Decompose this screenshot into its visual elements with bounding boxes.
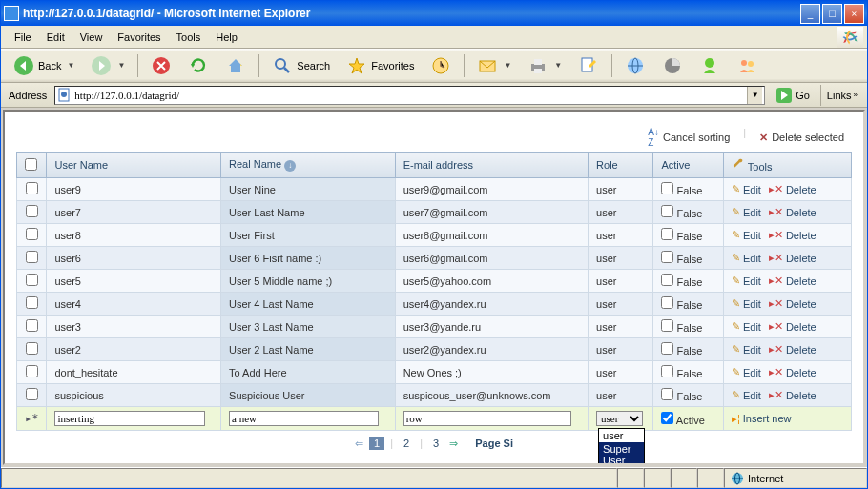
discuss-button[interactable] bbox=[618, 52, 652, 79]
active-checkbox[interactable] bbox=[661, 274, 673, 286]
edit-button[interactable]: ✎ Edit bbox=[732, 183, 761, 195]
row-checkbox[interactable] bbox=[26, 342, 38, 355]
cell-username: dont_hesitate bbox=[47, 361, 221, 384]
page-1[interactable]: 1 bbox=[369, 437, 384, 450]
cell-active: False bbox=[653, 316, 724, 338]
role-option-user[interactable]: user bbox=[599, 429, 644, 442]
delete-button[interactable]: ▸✕ Delete bbox=[769, 366, 816, 378]
edit-button[interactable]: ✎ Edit bbox=[732, 206, 761, 218]
role-option-superuser[interactable]: Super User bbox=[599, 442, 644, 465]
edit-button[interactable]: ✎ Edit bbox=[732, 389, 761, 401]
delete-button[interactable]: ▸✕ Delete bbox=[769, 229, 816, 241]
row-checkbox[interactable] bbox=[26, 228, 38, 240]
edit-button[interactable]: ✎ Edit bbox=[732, 275, 761, 287]
stop-button[interactable] bbox=[144, 52, 178, 79]
active-checkbox[interactable] bbox=[661, 251, 673, 263]
delete-button[interactable]: ▸✕ Delete bbox=[769, 320, 816, 333]
insert-new-button[interactable]: ▸¦ Insert new bbox=[732, 413, 792, 425]
forward-button[interactable]: ▼ bbox=[84, 52, 132, 79]
edit-button[interactable]: ✎ Edit bbox=[732, 252, 761, 264]
active-checkbox[interactable] bbox=[661, 182, 673, 194]
row-checkbox[interactable] bbox=[26, 251, 38, 263]
delete-button[interactable]: ▸✕ Delete bbox=[769, 275, 816, 287]
delete-selected-button[interactable]: ✕ Delete selected bbox=[759, 127, 844, 148]
address-input-wrap[interactable]: ▼ bbox=[54, 86, 765, 105]
delete-button[interactable]: ▸✕ Delete bbox=[769, 206, 816, 218]
menu-favorites[interactable]: Favorites bbox=[110, 30, 168, 45]
delete-icon: ▸✕ bbox=[769, 183, 783, 195]
edit-button[interactable]: ✎ Edit bbox=[732, 297, 761, 310]
active-checkbox[interactable] bbox=[661, 388, 673, 400]
row-checkbox[interactable] bbox=[26, 274, 38, 286]
refresh-button[interactable] bbox=[181, 52, 216, 79]
close-button[interactable]: × bbox=[844, 4, 864, 24]
research-button[interactable] bbox=[655, 52, 690, 79]
forward-dropdown-icon[interactable]: ▼ bbox=[117, 61, 125, 70]
row-checkbox[interactable] bbox=[26, 319, 38, 332]
minimize-button[interactable]: _ bbox=[800, 4, 820, 24]
header-realname[interactable]: Real Name ↓ bbox=[221, 153, 396, 178]
edit-button[interactable]: ✎ Edit bbox=[732, 320, 761, 333]
cell-realname: Suspicious User bbox=[221, 384, 396, 407]
delete-button[interactable]: ▸✕ Delete bbox=[769, 183, 816, 195]
select-all-checkbox[interactable] bbox=[25, 158, 37, 171]
menu-tools[interactable]: Tools bbox=[169, 30, 209, 45]
favorites-button[interactable]: Favorites bbox=[340, 52, 421, 79]
header-active[interactable]: Active bbox=[653, 153, 724, 178]
back-dropdown-icon[interactable]: ▼ bbox=[67, 61, 74, 70]
row-checkbox[interactable] bbox=[26, 388, 38, 400]
menu-edit[interactable]: Edit bbox=[39, 30, 72, 45]
links-label[interactable]: Links » bbox=[820, 85, 863, 106]
active-checkbox[interactable] bbox=[661, 228, 673, 240]
row-checkbox[interactable] bbox=[26, 365, 38, 377]
header-role[interactable]: Role bbox=[589, 153, 653, 178]
edit-button[interactable] bbox=[571, 52, 606, 79]
delete-icon: ▸✕ bbox=[769, 366, 783, 378]
messenger-button[interactable] bbox=[692, 52, 727, 79]
cell-email: user8@gmail.com bbox=[395, 224, 588, 247]
history-button[interactable] bbox=[424, 52, 458, 79]
home-button[interactable] bbox=[218, 52, 253, 79]
header-username[interactable]: User Name bbox=[47, 153, 221, 178]
delete-button[interactable]: ▸✕ Delete bbox=[769, 389, 816, 401]
insert-realname-input[interactable] bbox=[229, 411, 379, 426]
insert-email-input[interactable] bbox=[403, 411, 571, 426]
edit-button[interactable]: ✎ Edit bbox=[732, 366, 761, 378]
address-input[interactable] bbox=[74, 90, 747, 101]
row-checkbox[interactable] bbox=[26, 182, 38, 194]
cell-role: user bbox=[589, 384, 653, 407]
menu-file[interactable]: File bbox=[7, 30, 39, 45]
print-button[interactable]: ▼ bbox=[521, 52, 568, 79]
header-email[interactable]: E-mail address bbox=[395, 153, 588, 178]
edit-button[interactable]: ✎ Edit bbox=[732, 343, 761, 356]
go-button[interactable]: Go bbox=[769, 85, 816, 106]
insert-role-select[interactable]: user bbox=[596, 411, 643, 426]
pager-next-icon[interactable]: ⇒ bbox=[449, 438, 458, 450]
page-3[interactable]: 3 bbox=[428, 437, 444, 450]
ie-logo-icon bbox=[837, 27, 863, 48]
active-checkbox[interactable] bbox=[661, 365, 673, 377]
insert-active-checkbox[interactable] bbox=[661, 412, 673, 424]
row-checkbox[interactable] bbox=[26, 296, 38, 309]
menu-view[interactable]: View bbox=[72, 30, 111, 45]
maximize-button[interactable]: □ bbox=[822, 4, 842, 24]
cancel-sorting-button[interactable]: A↓Z Cancel sorting bbox=[648, 127, 730, 148]
delete-button[interactable]: ▸✕ Delete bbox=[769, 252, 816, 264]
insert-username-input[interactable] bbox=[54, 411, 204, 426]
edit-button[interactable]: ✎ Edit bbox=[732, 229, 761, 241]
active-checkbox[interactable] bbox=[661, 319, 673, 332]
extra-button[interactable] bbox=[730, 52, 764, 79]
active-checkbox[interactable] bbox=[661, 205, 673, 217]
active-checkbox[interactable] bbox=[661, 296, 673, 309]
page-2[interactable]: 2 bbox=[399, 437, 414, 450]
menu-help[interactable]: Help bbox=[208, 30, 245, 45]
row-checkbox[interactable] bbox=[26, 205, 38, 217]
delete-button[interactable]: ▸✕ Delete bbox=[769, 297, 816, 310]
back-button[interactable]: Back ▼ bbox=[7, 52, 81, 79]
address-dropdown-icon[interactable]: ▼ bbox=[747, 87, 762, 104]
delete-button[interactable]: ▸✕ Delete bbox=[769, 343, 816, 356]
active-checkbox[interactable] bbox=[661, 342, 673, 355]
pager-prev-icon[interactable]: ⇐ bbox=[355, 438, 363, 450]
search-button[interactable]: Search bbox=[265, 52, 337, 79]
mail-button[interactable]: ▼ bbox=[470, 52, 518, 79]
